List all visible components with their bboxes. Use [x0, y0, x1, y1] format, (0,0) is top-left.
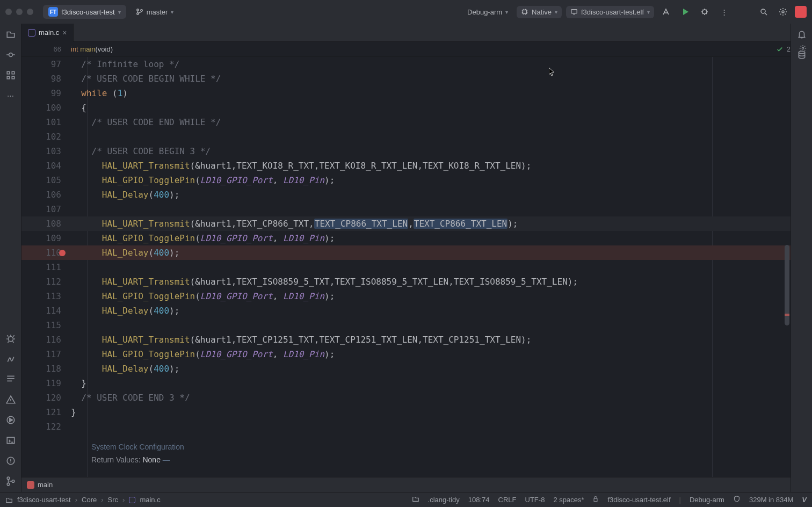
editor-viewport[interactable]: 97 /* Infinite loop */98 /* USER CODE BE…: [21, 57, 791, 477]
vcs-branch[interactable]: master ▾: [130, 6, 179, 18]
line-number[interactable]: 119: [21, 378, 71, 388]
more-button[interactable]: ⋮: [716, 4, 731, 19]
line-number[interactable]: 102: [21, 132, 71, 142]
line-number[interactable]: 111: [21, 262, 71, 272]
code-line[interactable]: 120 /* USER CODE END 3 */: [21, 390, 791, 405]
line-number[interactable]: 99: [21, 88, 71, 98]
code-line[interactable]: 102: [21, 129, 791, 144]
project-selector[interactable]: FT f3disco-usart-test ▾: [43, 5, 126, 19]
line-number[interactable]: 107: [21, 204, 71, 214]
line-number[interactable]: 112: [21, 277, 71, 287]
code-line[interactable]: 110 HAL_Delay(400);: [21, 245, 791, 260]
code-line[interactable]: 101 /* USER CODE END WHILE */: [21, 115, 791, 129]
line-number[interactable]: 122: [21, 422, 71, 432]
line-number[interactable]: 115: [21, 320, 71, 330]
line-number[interactable]: 97: [21, 59, 71, 69]
breadcrumb-item[interactable]: Src: [108, 496, 119, 504]
shield-icon[interactable]: [733, 495, 741, 504]
project-tool[interactable]: [4, 28, 17, 41]
minimize-window[interactable]: [16, 9, 23, 15]
code-line[interactable]: 104 HAL_UART_Transmit(&huart1,TEXT_KOI8_…: [21, 158, 791, 173]
line-number[interactable]: 116: [21, 335, 71, 345]
code-line[interactable]: 112 HAL_UART_Transmit(&huart1,TEXT_ISO88…: [21, 274, 791, 289]
debug-button[interactable]: [697, 4, 712, 19]
status-clang[interactable]: .clang-tidy: [428, 496, 460, 504]
code-line[interactable]: 107: [21, 202, 791, 216]
code-line[interactable]: 117 HAL_GPIO_TogglePin(LD10_GPIO_Port, L…: [21, 347, 791, 361]
code-line[interactable]: 106 HAL_Delay(400);: [21, 187, 791, 202]
search-button[interactable]: [756, 4, 771, 19]
line-number[interactable]: 105: [21, 175, 71, 185]
breadcrumb-item[interactable]: f3disco-usart-test: [17, 496, 71, 504]
code-line[interactable]: 111: [21, 260, 791, 274]
profiler-tool[interactable]: [4, 352, 17, 365]
line-number[interactable]: 113: [21, 291, 71, 301]
overview-marker[interactable]: [785, 314, 789, 316]
run-button[interactable]: [678, 4, 693, 19]
code-line[interactable]: 113 HAL_GPIO_TogglePin(LD10_GPIO_Port, L…: [21, 289, 791, 303]
code-line[interactable]: 103 /* USER CODE BEGIN 3 */: [21, 144, 791, 158]
close-icon[interactable]: ×: [62, 28, 67, 37]
settings-button[interactable]: [775, 4, 791, 19]
problems-tool[interactable]: [4, 393, 17, 406]
code-line[interactable]: 109 HAL_GPIO_TogglePin(LD10_GPIO_Port, L…: [21, 231, 791, 245]
code-line[interactable]: 115: [21, 318, 791, 332]
build-button[interactable]: [658, 4, 673, 19]
run-config-selector[interactable]: Debug-arm ▾: [463, 6, 512, 18]
breadcrumbs[interactable]: f3disco-usart-test› Core› Src› main.c: [5, 496, 161, 504]
structure-tool[interactable]: [4, 69, 17, 82]
lock-icon[interactable]: [592, 496, 599, 504]
status-line-sep[interactable]: CRLF: [498, 496, 517, 504]
code-line[interactable]: 121}: [21, 405, 791, 419]
line-number[interactable]: 104: [21, 161, 71, 171]
app-accent-icon[interactable]: [795, 6, 807, 18]
messages-tool[interactable]: [4, 373, 17, 386]
status-encoding[interactable]: UTF-8: [525, 496, 545, 504]
vcs-tool[interactable]: [4, 475, 17, 488]
code-line[interactable]: 105 HAL_GPIO_TogglePin(LD10_GPIO_Port, L…: [21, 173, 791, 187]
code-line[interactable]: 122: [21, 419, 791, 434]
code-line[interactable]: 116 HAL_UART_Transmit(&huart1,TEXT_CP125…: [21, 332, 791, 347]
code-line[interactable]: 99 while (1): [21, 86, 791, 100]
line-number[interactable]: 109: [21, 233, 71, 243]
function-crumb[interactable]: main: [21, 477, 791, 492]
line-number[interactable]: 118: [21, 364, 71, 374]
line-number[interactable]: 120: [21, 393, 71, 403]
line-number[interactable]: 101: [21, 117, 71, 127]
file-tab[interactable]: main.c ×: [21, 24, 74, 42]
terminal-tool[interactable]: [4, 434, 17, 447]
target-selector[interactable]: Native ▾: [517, 6, 562, 18]
sticky-scroll[interactable]: 66 int main(void) 2: [21, 42, 791, 57]
code-line[interactable]: 98 /* USER CODE BEGIN WHILE */: [21, 71, 791, 86]
line-number[interactable]: 114: [21, 306, 71, 316]
code-line[interactable]: 119 }: [21, 376, 791, 390]
editor-settings[interactable]: [799, 45, 807, 54]
commit-tool[interactable]: [4, 48, 17, 61]
code-line[interactable]: 114 HAL_Delay(400);: [21, 303, 791, 318]
status-indent[interactable]: 2 spaces*: [553, 496, 584, 504]
breadcrumb-item[interactable]: main.c: [140, 496, 160, 504]
run-tool[interactable]: [4, 414, 17, 426]
line-number[interactable]: 108: [21, 219, 71, 229]
line-number[interactable]: 100: [21, 103, 71, 113]
line-number[interactable]: 98: [21, 74, 71, 84]
breakpoint-icon[interactable]: [59, 250, 66, 256]
line-number[interactable]: 117: [21, 349, 71, 359]
code-line[interactable]: 100 {: [21, 100, 791, 115]
code-line[interactable]: 108 HAL_UART_Transmit(&huart1,TEXT_CP866…: [21, 216, 791, 231]
line-number[interactable]: 103: [21, 146, 71, 156]
status-target[interactable]: f3disco-usart-test.elf: [607, 496, 670, 504]
status-config[interactable]: Debug-arm: [690, 496, 724, 504]
notifications-tool[interactable]: [795, 28, 808, 41]
status-memory[interactable]: 329M in 834M: [749, 496, 793, 504]
status-caret-pos[interactable]: 108:74: [468, 496, 490, 504]
debug-tool[interactable]: [4, 332, 17, 345]
code-line[interactable]: 97 /* Infinite loop */: [21, 57, 791, 71]
vim-indicator[interactable]: V: [802, 496, 807, 504]
executable-selector[interactable]: f3disco-usart-test.elf ▾: [566, 6, 654, 18]
close-window[interactable]: [5, 9, 12, 15]
code-line[interactable]: 118 HAL_Delay(400);: [21, 361, 791, 376]
event-log-tool[interactable]: [4, 454, 17, 467]
more-tools[interactable]: ⋯: [4, 89, 17, 102]
status-folder-icon[interactable]: [412, 495, 419, 504]
